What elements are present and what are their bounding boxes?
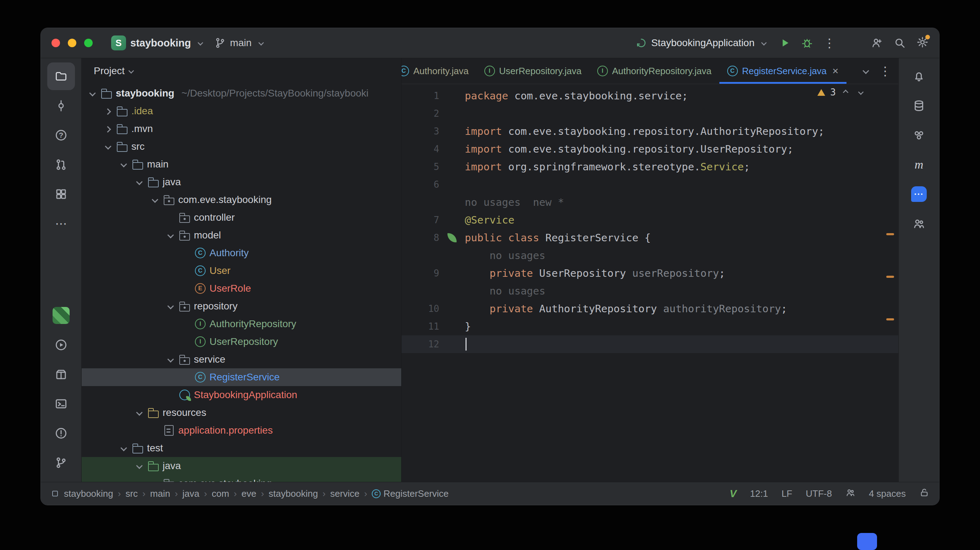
indent-setting[interactable]: 4 spaces	[869, 488, 906, 499]
run-button[interactable]	[780, 37, 791, 49]
tree-item[interactable]: java	[82, 173, 401, 191]
profile-button[interactable]	[47, 302, 75, 329]
breadcrumb-item[interactable]: staybooking	[269, 488, 318, 499]
breadcrumb-item[interactable]: service	[330, 488, 360, 499]
tree-expander[interactable]	[181, 284, 191, 293]
tab-options-icon[interactable]: ⋮	[879, 65, 891, 77]
file-encoding[interactable]: UTF-8	[806, 488, 832, 499]
breadcrumb-item[interactable]: java	[183, 488, 200, 499]
tree-expander[interactable]	[165, 355, 175, 365]
tree-item[interactable]: main	[82, 155, 401, 173]
tree-expander[interactable]	[119, 159, 129, 169]
tree-item[interactable]: test	[82, 439, 401, 457]
build-tool-button[interactable]	[47, 360, 75, 388]
breadcrumb-item[interactable]: com	[212, 488, 229, 499]
tree-item[interactable]: com.eve.staybooking	[82, 191, 401, 209]
ideavim-icon[interactable]: V	[730, 488, 737, 499]
tree-expander[interactable]	[119, 443, 129, 453]
maven-tool-button[interactable]: m	[905, 151, 933, 179]
dependencies-tool-button[interactable]	[905, 121, 933, 149]
tree-item[interactable]: service	[82, 350, 401, 368]
dock-item[interactable]	[857, 533, 877, 550]
terminal-tool-button[interactable]	[47, 390, 75, 418]
code-with-me-button[interactable]	[905, 210, 933, 238]
tree-item[interactable]: resources	[82, 404, 401, 422]
search-icon[interactable]	[894, 37, 906, 49]
editor-tab[interactable]: C RegisterService.java ×	[719, 58, 846, 84]
editor-tab[interactable]: I UserRepository.java	[477, 58, 589, 84]
tree-expander[interactable]	[181, 372, 191, 382]
readonly-toggle[interactable]	[919, 488, 929, 500]
close-tab-icon[interactable]: ×	[832, 66, 839, 76]
tree-item[interactable]: StaybookingApplication	[82, 386, 401, 404]
zoom-window-button[interactable]	[84, 39, 93, 47]
project-panel-header[interactable]: Project	[82, 58, 401, 84]
breadcrumb-item[interactable]: main	[150, 488, 170, 499]
problems-tool-button[interactable]	[47, 419, 75, 447]
prev-warning-icon[interactable]	[856, 88, 865, 97]
help-tool-button[interactable]: ?	[47, 121, 75, 149]
tree-expander[interactable]	[181, 248, 191, 258]
tree-item[interactable]: model	[82, 227, 401, 244]
tree-expander[interactable]	[165, 390, 175, 400]
tree-item[interactable]: C Authority	[82, 244, 401, 262]
branch-widget[interactable]: main	[215, 37, 266, 49]
editor-tab[interactable]: I AuthorityRepository.java	[589, 58, 719, 84]
line-separator[interactable]: LF	[781, 488, 792, 499]
database-tool-button[interactable]	[905, 92, 933, 120]
more-actions-button[interactable]: ⋮	[823, 37, 835, 49]
tree-expander[interactable]	[103, 106, 113, 116]
caret-position[interactable]: 12:1	[750, 488, 768, 499]
tree-item[interactable]: application.properties	[82, 422, 401, 439]
tree-item[interactable]: .idea	[82, 102, 401, 120]
tree-expander[interactable]	[181, 337, 191, 347]
minimize-window-button[interactable]	[68, 39, 76, 47]
tree-expander[interactable]	[165, 230, 175, 240]
tree-item[interactable]: I AuthorityRepository	[82, 315, 401, 333]
tree-item[interactable]: staybooking ~/Desktop/Projects/StayBooki…	[82, 84, 401, 102]
tree-expander[interactable]	[150, 195, 160, 205]
tab-list-chevron-icon[interactable]	[861, 66, 871, 76]
close-window-button[interactable]	[51, 39, 60, 47]
settings-button[interactable]	[916, 36, 929, 50]
tree-expander[interactable]	[103, 124, 113, 134]
tree-expander[interactable]	[181, 266, 191, 276]
tree-expander[interactable]	[134, 461, 144, 471]
tree-item[interactable]: I UserRepository	[82, 333, 401, 350]
tree-expander[interactable]	[88, 88, 97, 98]
inspection-widget[interactable]: 3	[818, 87, 865, 98]
breadcrumb-item[interactable]: src	[125, 488, 138, 499]
pull-requests-tool-button[interactable]	[47, 151, 75, 179]
more-tools-button[interactable]: ⋯	[47, 210, 75, 238]
project-tool-button[interactable]	[47, 62, 75, 90]
debug-button[interactable]	[802, 37, 813, 49]
tree-expander[interactable]	[103, 141, 113, 152]
breadcrumb-item[interactable]: staybooking	[64, 488, 113, 499]
version-control-tool-button[interactable]	[47, 449, 75, 477]
tree-item[interactable]: C RegisterService	[82, 368, 401, 386]
tree-item[interactable]: com.eve.staybooking	[82, 475, 401, 482]
tree-expander[interactable]	[134, 177, 144, 187]
next-warning-icon[interactable]	[842, 88, 850, 97]
code-editor[interactable]: 1 package com.eve.staybooking.service; 2	[402, 84, 898, 482]
add-user-button[interactable]	[871, 37, 883, 49]
tree-expander[interactable]	[165, 301, 175, 311]
notifications-button[interactable]	[905, 62, 933, 90]
tree-item[interactable]: C User	[82, 262, 401, 280]
breadcrumb-item[interactable]: C RegisterService	[372, 488, 449, 499]
tree-item[interactable]: .mvn	[82, 120, 401, 138]
tree-expander[interactable]	[181, 319, 191, 329]
ai-assistant-button[interactable]: ···	[905, 180, 933, 208]
tree-expander[interactable]	[165, 212, 175, 222]
structure-tool-button[interactable]	[47, 180, 75, 208]
tree-expander[interactable]	[150, 479, 160, 482]
code-with-me-status-button[interactable]	[845, 488, 855, 500]
tree-item[interactable]: E UserRole	[82, 280, 401, 297]
tree-expander[interactable]	[134, 408, 144, 418]
editor-tab[interactable]: C Authority.java	[402, 58, 477, 84]
commit-tool-button[interactable]	[47, 92, 75, 120]
project-widget[interactable]: S staybooking	[111, 35, 205, 51]
tree-item[interactable]: controller	[82, 209, 401, 227]
tree-item[interactable]: java	[82, 457, 401, 475]
tree-item[interactable]: src	[82, 138, 401, 155]
